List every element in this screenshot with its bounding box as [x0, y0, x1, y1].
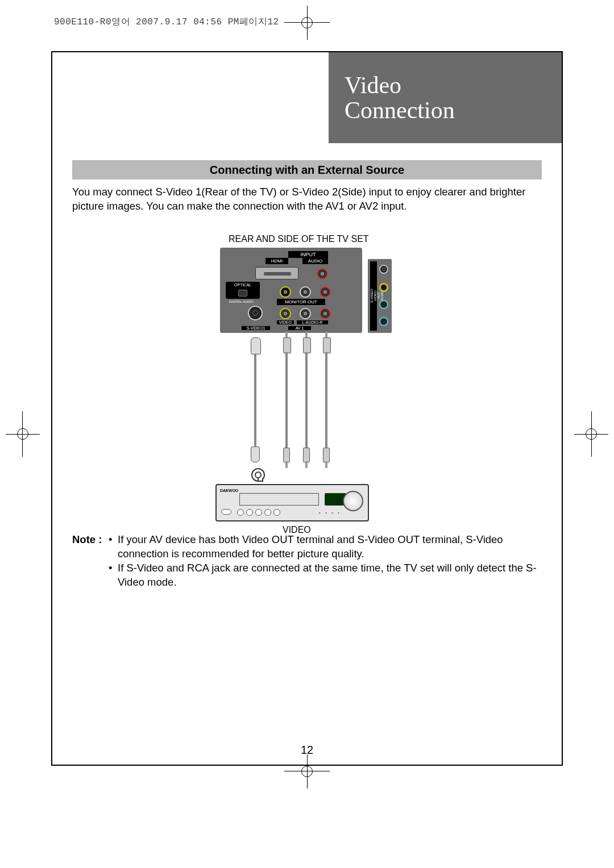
title-line2: Connection — [345, 98, 562, 123]
tv-rear-panel: INPUT HDMI AUDIO OPTICAL DIGITAL AUDIO M… — [220, 248, 362, 333]
svideo-jack-front-icon — [251, 468, 265, 482]
label-av1: AV 1 — [288, 326, 311, 330]
rca-jack-icon — [320, 286, 331, 298]
note-label: Note : — [72, 533, 109, 590]
crop-mark-bottom — [290, 771, 324, 794]
rca-jack-icon — [379, 300, 388, 309]
crop-mark-left — [23, 417, 45, 451]
note-item: If your AV device has both Video OUT ter… — [109, 533, 542, 561]
side-panel-strip: S-VIDEO VIDEO AV2 R-AUDIO-L — [370, 261, 377, 331]
svideo-port-icon — [379, 265, 388, 274]
vcr-device-icon: DAEWOO • • • • — [215, 484, 369, 521]
rca-jack-icon — [379, 283, 388, 292]
diagram-caption-top: REAR AND SIDE OF THE TV SET — [229, 234, 369, 244]
rca-jack-icon — [317, 268, 328, 279]
title-block: Video Connection — [329, 52, 562, 143]
label-monitor-out: MONITOR OUT — [277, 299, 325, 305]
print-header: 900E110-R0영어 2007.9.17 04:56 PM페이지12 — [54, 16, 279, 28]
vcr-button-icon — [246, 509, 253, 516]
page-frame: Video Connection Connecting with an Exte… — [51, 51, 563, 766]
vcr-tape-slot-icon — [239, 493, 319, 506]
note-item: If S-Video and RCA jack are connected at… — [109, 561, 542, 590]
vcr-button-icon — [221, 509, 231, 515]
crop-mark-top — [290, 23, 324, 45]
optical-port-icon — [238, 290, 247, 297]
rca-jack-icon — [320, 308, 331, 319]
section-heading-bar: Connecting with an External Source — [72, 160, 542, 180]
svideo-port-icon — [248, 306, 263, 320]
label-l-audio-r: L-AUDIO-R — [297, 320, 328, 324]
rca-jack-icon — [300, 286, 311, 298]
label-audio: AUDIO — [302, 258, 328, 264]
label-hdmi: HDMI — [265, 258, 288, 264]
rca-cable-icon — [281, 337, 292, 462]
vcr-button-icon — [255, 509, 262, 516]
intro-text: You may connect S-Video 1(Rear of the TV… — [72, 185, 542, 214]
label-digital-audio: DIGITAL AUDIO — [226, 300, 257, 303]
label-input: INPUT — [288, 251, 328, 258]
vcr-button-icon — [237, 509, 244, 516]
rca-jack-icon — [280, 308, 291, 319]
title-line1: Video — [345, 73, 562, 98]
rca-cable-icon — [301, 337, 312, 462]
rca-cable-icon — [321, 337, 331, 462]
page-number: 12 — [301, 744, 313, 757]
label-video: VIDEO — [277, 320, 294, 324]
rca-jack-icon — [300, 308, 311, 319]
vcr-button-icon — [264, 509, 271, 516]
vcr-indicator-icon: • • • • — [319, 510, 341, 515]
vcr-jog-dial-icon — [343, 491, 363, 511]
vcr-button-icon — [273, 509, 280, 516]
rca-jack-icon — [379, 317, 388, 326]
vcr-brand: DAEWOO — [220, 489, 238, 493]
label-svideo1: S-VIDEO1 — [242, 326, 270, 330]
rca-jack-icon — [280, 286, 291, 298]
note-block: Note : If your AV device has both Video … — [72, 533, 542, 590]
connection-diagram: INPUT HDMI AUDIO OPTICAL DIGITAL AUDIO M… — [220, 248, 413, 532]
tv-side-panel: S-VIDEO VIDEO AV2 R-AUDIO-L — [368, 259, 392, 333]
hdmi-port-icon — [255, 267, 298, 279]
svideo-cable-icon — [247, 337, 263, 462]
section-heading: Connecting with an External Source — [210, 164, 404, 177]
crop-mark-right — [569, 417, 591, 451]
